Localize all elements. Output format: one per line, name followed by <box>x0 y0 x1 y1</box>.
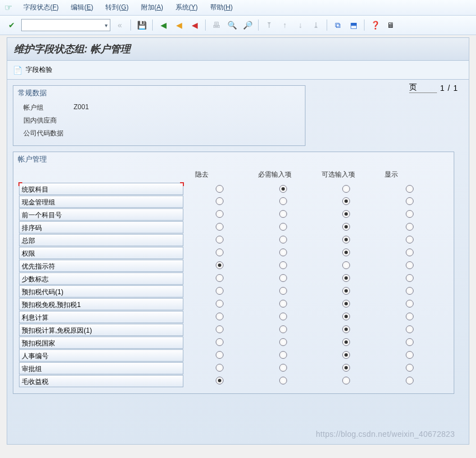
field-name[interactable]: 前一个科目号 <box>19 208 183 221</box>
radio-option[interactable] <box>279 210 287 218</box>
radio-option[interactable] <box>342 300 350 308</box>
radio-option[interactable] <box>279 287 287 295</box>
radio-option[interactable] <box>279 261 287 269</box>
radio-option[interactable] <box>406 377 414 384</box>
radio-option[interactable] <box>279 274 287 282</box>
field-name[interactable]: 预扣税代码(1) <box>19 285 183 298</box>
radio-option[interactable] <box>279 313 287 320</box>
menu-item[interactable]: 字段状态(F) <box>23 3 59 11</box>
radio-option[interactable] <box>216 197 224 205</box>
radio-option[interactable] <box>216 325 224 333</box>
field-name[interactable]: 人事编号 <box>19 349 183 362</box>
radio-option[interactable] <box>216 210 224 218</box>
radio-option[interactable] <box>216 236 224 243</box>
radio-option[interactable] <box>279 300 287 308</box>
menu-item[interactable]: 系统(Y) <box>176 3 198 11</box>
radio-option[interactable] <box>279 351 287 359</box>
radio-option[interactable] <box>406 261 414 269</box>
radio-option[interactable] <box>216 261 224 269</box>
radio-option[interactable] <box>342 249 350 256</box>
radio-option[interactable] <box>342 287 350 295</box>
field-check-label[interactable]: 字段检验 <box>26 65 52 75</box>
radio-option[interactable] <box>406 338 414 346</box>
radio-option[interactable] <box>216 338 224 346</box>
radio-option[interactable] <box>216 300 224 308</box>
radio-option[interactable] <box>342 223 350 231</box>
radio-option[interactable] <box>342 210 350 218</box>
radio-option[interactable] <box>342 261 350 269</box>
radio-option[interactable] <box>342 338 350 346</box>
save-icon[interactable]: 💾 <box>135 19 148 31</box>
radio-option[interactable] <box>406 249 414 256</box>
help-icon[interactable]: ❓ <box>369 19 381 31</box>
field-name[interactable]: 预扣税国家 <box>19 337 183 349</box>
radio-option[interactable] <box>342 236 350 243</box>
field-name[interactable]: 现金管理组 <box>19 196 183 208</box>
menu-item[interactable]: 帮助(H) <box>210 3 233 11</box>
field-name[interactable]: 毛收益税 <box>19 375 183 387</box>
menu-item[interactable]: 转到(G) <box>105 3 128 11</box>
radio-option[interactable] <box>406 210 414 218</box>
field-name[interactable]: 预扣税免税,预扣税1 <box>19 298 183 310</box>
chevron-left-icon[interactable]: « <box>114 19 126 31</box>
radio-option[interactable] <box>342 313 350 320</box>
radio-option[interactable] <box>406 197 414 205</box>
radio-option[interactable] <box>342 351 350 359</box>
layout-icon[interactable]: 🖥 <box>385 19 397 31</box>
radio-option[interactable] <box>406 223 414 231</box>
field-name[interactable]: 排序码 <box>19 221 183 233</box>
app-menu-icon[interactable]: ☞ <box>4 2 12 13</box>
radio-option[interactable] <box>342 325 350 333</box>
command-field[interactable] <box>21 19 110 31</box>
field-name[interactable]: 利息计算 <box>19 311 183 323</box>
radio-option[interactable] <box>279 236 287 243</box>
radio-option[interactable] <box>342 364 350 372</box>
radio-option[interactable] <box>406 236 414 243</box>
radio-option[interactable] <box>342 185 350 193</box>
radio-option[interactable] <box>279 223 287 231</box>
radio-option[interactable] <box>279 338 287 346</box>
radio-option[interactable] <box>216 274 224 282</box>
radio-option[interactable] <box>216 287 224 295</box>
radio-option[interactable] <box>216 364 224 372</box>
field-name[interactable]: 统驭科目 <box>19 183 183 195</box>
radio-option[interactable] <box>342 377 350 384</box>
radio-option[interactable] <box>216 377 224 384</box>
radio-option[interactable] <box>406 364 414 372</box>
field-name[interactable]: 优先指示符 <box>19 260 183 272</box>
radio-option[interactable] <box>406 274 414 282</box>
menu-item[interactable]: 附加(A) <box>141 3 163 11</box>
radio-option[interactable] <box>279 197 287 205</box>
exit-icon[interactable]: ◀ <box>173 19 185 31</box>
check-icon[interactable]: 📄 <box>13 66 22 75</box>
radio-option[interactable] <box>406 185 414 193</box>
radio-option[interactable] <box>216 313 224 320</box>
field-name[interactable]: 总部 <box>19 234 183 246</box>
menu-item[interactable]: 编辑(E) <box>71 3 93 11</box>
radio-option[interactable] <box>279 377 287 384</box>
radio-option[interactable] <box>406 300 414 308</box>
radio-option[interactable] <box>406 287 414 295</box>
radio-option[interactable] <box>279 185 287 193</box>
radio-option[interactable] <box>406 325 414 333</box>
field-name[interactable]: 权限 <box>19 247 183 259</box>
field-name[interactable]: 审批组 <box>19 362 183 374</box>
radio-option[interactable] <box>406 313 414 320</box>
radio-option[interactable] <box>279 364 287 372</box>
radio-option[interactable] <box>279 325 287 333</box>
radio-option[interactable] <box>406 351 414 359</box>
radio-option[interactable] <box>216 351 224 359</box>
back-icon[interactable]: ◀ <box>157 19 169 31</box>
new-session-icon[interactable]: ⧉ <box>332 19 344 31</box>
ok-icon[interactable]: ✔ <box>6 19 18 31</box>
shortcut-icon[interactable]: ⬒ <box>347 19 360 31</box>
field-name[interactable]: 少数标志 <box>19 272 183 285</box>
field-name[interactable]: 预扣税计算,免税原因(1) <box>19 324 183 336</box>
radio-option[interactable] <box>216 249 224 256</box>
radio-option[interactable] <box>216 185 224 193</box>
radio-option[interactable] <box>279 249 287 256</box>
radio-option[interactable] <box>342 197 350 205</box>
cancel-icon[interactable]: ◀ <box>188 19 201 31</box>
radio-option[interactable] <box>216 223 224 231</box>
radio-option[interactable] <box>342 274 350 282</box>
